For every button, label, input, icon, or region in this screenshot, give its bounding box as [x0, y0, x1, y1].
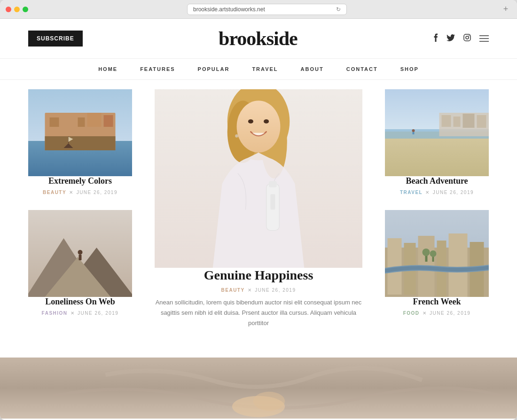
svg-rect-33 — [269, 181, 277, 187]
svg-point-29 — [248, 119, 253, 124]
page-content: SUBSCRIBE brookside — [0, 19, 517, 420]
left-column: Extremely Colors BEAUTY ✕ JUNE 26, 2019 — [28, 89, 143, 343]
svg-point-28 — [237, 101, 281, 153]
svg-rect-9 — [50, 117, 59, 127]
post-date-french-week: JUNE 26, 2019 — [430, 311, 470, 316]
menu-icon[interactable] — [479, 33, 489, 44]
facebook-icon[interactable] — [433, 33, 438, 44]
meta-x-1: ✕ — [69, 190, 74, 195]
post-date-loneliness: JUNE 26, 2019 — [78, 311, 118, 316]
meta-x-center: ✕ — [248, 288, 252, 293]
svg-rect-40 — [454, 117, 461, 127]
browser-titlebar: brookside.artstudioworks.net ↻ + — [0, 0, 517, 19]
nav-travel[interactable]: TRAVEL — [252, 66, 278, 72]
svg-point-31 — [235, 134, 238, 138]
svg-point-30 — [264, 119, 269, 124]
svg-point-2 — [469, 35, 470, 36]
nav-home[interactable]: HOME — [98, 66, 118, 72]
nav-features[interactable]: FEATURES — [140, 66, 175, 72]
svg-rect-11 — [78, 117, 85, 127]
post-category-beach-adventure[interactable]: TRAVEL — [400, 190, 423, 195]
svg-rect-39 — [442, 115, 451, 127]
nav-popular[interactable]: POPULAR — [198, 66, 230, 72]
post-title-loneliness[interactable]: Loneliness On Web — [28, 297, 132, 307]
meta-x-4: ✕ — [423, 311, 427, 316]
post-image-extremely-colors[interactable] — [28, 89, 132, 176]
site-header: SUBSCRIBE brookside — [0, 19, 517, 59]
svg-rect-42 — [477, 115, 486, 128]
bottom-hero-image — [0, 358, 517, 419]
new-tab-button[interactable]: + — [500, 4, 511, 15]
svg-rect-41 — [463, 114, 475, 128]
post-card-french-week: French Week FOOD ✕ JUNE 26, 2019 — [385, 210, 489, 316]
address-bar[interactable]: brookside.artstudioworks.net ↻ — [187, 4, 347, 15]
social-icons — [433, 33, 489, 44]
post-date-beach-adventure: JUNE 26, 2019 — [433, 190, 474, 195]
url-text: brookside.artstudioworks.net — [193, 6, 265, 13]
post-category-french-week[interactable]: FOOD — [403, 311, 420, 316]
post-card-beach-adventure: Beach Adventure TRAVEL ✕ JUNE 26, 2019 — [385, 89, 489, 195]
svg-rect-14 — [45, 136, 116, 150]
post-meta-french-week: FOOD ✕ JUNE 26, 2019 — [385, 311, 489, 316]
instagram-icon[interactable] — [463, 34, 471, 43]
main-nav: HOME FEATURES POPULAR TRAVEL ABOUT CONTA… — [0, 59, 517, 80]
post-title-beach-adventure[interactable]: Beach Adventure — [385, 176, 489, 186]
nav-shop[interactable]: SHOP — [400, 66, 419, 72]
post-category-loneliness[interactable]: FASHION — [42, 311, 68, 316]
svg-rect-34 — [270, 194, 275, 210]
maximize-button[interactable] — [23, 7, 28, 12]
post-date-genuine-happiness: JUNE 26, 2019 — [255, 288, 296, 293]
svg-rect-10 — [64, 115, 76, 127]
svg-point-43 — [412, 129, 415, 132]
right-column: Beach Adventure TRAVEL ✕ JUNE 26, 2019 — [374, 89, 489, 343]
center-column: Genuine Happiness BEAUTY ✕ JUNE 26, 2019… — [143, 89, 374, 343]
post-card-genuine-happiness: Genuine Happiness BEAUTY ✕ JUNE 26, 2019… — [155, 89, 362, 328]
svg-point-59 — [253, 392, 285, 411]
svg-point-22 — [78, 250, 83, 255]
post-image-french-week[interactable] — [385, 210, 489, 297]
svg-point-56 — [430, 250, 437, 257]
nav-contact[interactable]: CONTACT — [346, 66, 378, 72]
post-title-genuine-happiness[interactable]: Genuine Happiness — [155, 268, 362, 283]
subscribe-button[interactable]: SUBSCRIBE — [28, 31, 83, 47]
browser-window: brookside.artstudioworks.net ↻ + SUBSCRI… — [0, 0, 517, 420]
svg-rect-23 — [79, 255, 82, 260]
post-card-loneliness: Loneliness On Web FASHION ✕ JUNE 26, 201… — [28, 210, 132, 316]
svg-rect-44 — [413, 132, 415, 134]
post-card-extremely-colors: Extremely Colors BEAUTY ✕ JUNE 26, 2019 — [28, 89, 132, 195]
post-image-genuine-happiness[interactable] — [155, 89, 362, 268]
meta-x-2: ✕ — [425, 190, 430, 195]
post-meta-loneliness: FASHION ✕ JUNE 26, 2019 — [28, 311, 132, 316]
main-grid: Extremely Colors BEAUTY ✕ JUNE 26, 2019 — [0, 80, 517, 353]
svg-rect-51 — [449, 233, 468, 297]
post-image-beach-adventure[interactable] — [385, 89, 489, 176]
meta-x-3: ✕ — [70, 311, 75, 316]
post-date-extremely-colors: JUNE 26, 2019 — [77, 190, 118, 195]
close-button[interactable] — [6, 7, 11, 12]
post-meta-beach-adventure: TRAVEL ✕ JUNE 26, 2019 — [385, 190, 489, 195]
site-logo: brookside — [219, 27, 298, 50]
post-title-extremely-colors[interactable]: Extremely Colors — [28, 176, 132, 186]
post-image-loneliness[interactable] — [28, 210, 132, 297]
post-meta-extremely-colors: BEAUTY ✕ JUNE 26, 2019 — [28, 190, 132, 195]
nav-about[interactable]: ABOUT — [301, 66, 324, 72]
post-category-genuine-happiness[interactable]: BEAUTY — [221, 288, 245, 293]
svg-rect-13 — [104, 115, 113, 127]
post-excerpt-genuine-happiness: Anean sollicitudin, lorem quis bibendum … — [155, 297, 362, 328]
svg-rect-0 — [464, 34, 470, 41]
svg-point-54 — [423, 249, 430, 256]
post-category-extremely-colors[interactable]: BEAUTY — [43, 190, 66, 195]
window-controls — [6, 7, 28, 12]
minimize-button[interactable] — [14, 7, 20, 12]
svg-point-1 — [466, 36, 469, 39]
twitter-icon[interactable] — [446, 34, 455, 43]
post-meta-genuine-happiness: BEAUTY ✕ JUNE 26, 2019 — [155, 288, 362, 293]
address-bar-container: brookside.artstudioworks.net ↻ — [34, 4, 500, 15]
reload-icon[interactable]: ↻ — [336, 6, 341, 13]
post-title-french-week[interactable]: French Week — [385, 297, 489, 307]
svg-rect-12 — [87, 113, 102, 127]
